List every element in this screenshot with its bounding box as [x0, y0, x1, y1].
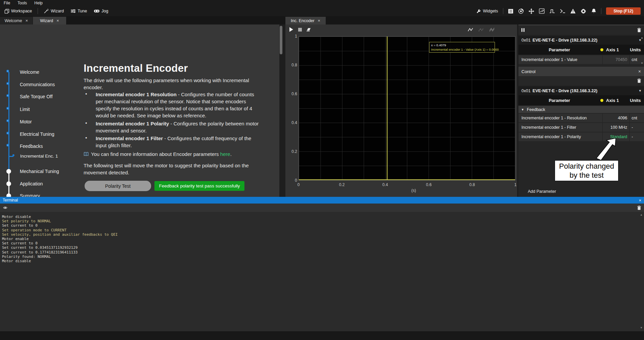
tab-row: Welcome× Wizard× Inc. Encoder×	[0, 16, 644, 24]
trash-icon[interactable]	[637, 78, 641, 83]
trash-icon[interactable]	[637, 206, 641, 210]
scroll-down-icon[interactable]: ▼	[640, 326, 643, 329]
eye-icon[interactable]	[3, 206, 7, 209]
sidebar-item-communications[interactable]: Communications	[20, 82, 55, 87]
sidebar-item-electrical-tuning[interactable]: Electrical Tuning	[20, 131, 54, 137]
scope-chart-icon[interactable]	[537, 7, 547, 15]
sidebar-item-feedbacks[interactable]: Feedbacks	[20, 144, 43, 149]
step-dot-incremental-enc-1[interactable]	[12, 154, 14, 156]
tab-wizard[interactable]: Wizard×	[33, 17, 66, 24]
menu-help[interactable]: Help	[31, 0, 46, 6]
move-icon[interactable]	[526, 7, 537, 15]
toolbar-divider	[601, 8, 601, 14]
table-row-filter[interactable]: Incremental encoder 1 - Filter 100 MHz -	[518, 123, 644, 132]
add-parameter-button[interactable]: Add Parameter	[528, 189, 556, 194]
gear-icon[interactable]	[578, 7, 589, 15]
tab-welcome[interactable]: Welcome×	[0, 17, 33, 24]
terminal-icon[interactable]	[557, 7, 568, 15]
step-dot-application[interactable]	[6, 181, 11, 186]
chevron-down-icon: ▾	[639, 89, 641, 93]
step-dot-motor[interactable]	[6, 119, 9, 122]
x-axis-label: (s)	[400, 188, 427, 193]
x-tick: 0.6	[422, 182, 435, 187]
monitor-icon[interactable]	[516, 7, 526, 15]
terminal-line: Set current to 0	[2, 223, 644, 228]
chevron-down-icon: ▼	[521, 108, 524, 111]
workspace-button[interactable]: Workspace	[1, 7, 35, 15]
close-icon[interactable]: ×	[638, 69, 641, 74]
polarity-pass-badge: Feedback polarity test pass successfully	[154, 181, 244, 191]
here-link[interactable]: here	[220, 151, 230, 157]
terminal-line: Set polarity to NORMAL	[2, 219, 644, 223]
step-dot-feedbacks[interactable]	[6, 144, 9, 147]
sidebar-item-limit[interactable]: Limit	[20, 107, 30, 112]
play-button[interactable]	[287, 26, 295, 33]
bottom-strip	[0, 331, 644, 340]
scroll-up-icon[interactable]: ▲	[640, 213, 643, 216]
display-drive-selector[interactable]: 0x01EVE-NET-E - Drive (192.168.3.22) ▾	[518, 36, 644, 45]
sidebar-item-application[interactable]: Application	[20, 181, 43, 186]
step-dot-welcome[interactable]	[6, 70, 9, 72]
control-drive-selector[interactable]: 0x01EVE-NET-E - Drive (192.168.3.22) ▾	[518, 86, 644, 95]
terminal-line: Set current to 0.17741823196411133	[2, 250, 644, 254]
sidebar-item-incremental-enc-1[interactable]: Incremental Enc. 1	[20, 154, 58, 159]
right-panel: Display × 0x01EVE-NET-E - Drive (192.168…	[518, 16, 644, 197]
jog-button[interactable]: Jog	[91, 7, 111, 15]
x-tick: 0	[292, 182, 305, 187]
x-tick: 0.2	[335, 182, 349, 187]
bell-icon[interactable]	[589, 7, 599, 15]
sidebar-item-safe-torque-off[interactable]: Safe Torque Off	[20, 94, 53, 99]
step-dot-safe-torque-off[interactable]	[6, 94, 9, 97]
scroll-down-icon[interactable]: ▼	[641, 62, 644, 65]
step-dot-electrical-tuning[interactable]	[6, 132, 9, 134]
table-row-resolution[interactable]: Incremental encoder 1 - Resolution 4096 …	[518, 114, 644, 122]
close-icon[interactable]: ×	[318, 18, 320, 23]
wrench-icon	[476, 9, 481, 14]
table-row[interactable]: Incremental encoder 1 - Value 70450 cnt	[518, 55, 644, 64]
signal-multi-icon[interactable]	[488, 26, 496, 33]
signal-dashed-icon[interactable]	[477, 26, 486, 33]
tab-inc-encoder[interactable]: Inc. Encoder×	[285, 17, 326, 24]
warning-icon[interactable]	[568, 7, 578, 15]
stop-button[interactable]: Stop (F12)	[606, 7, 641, 15]
scroll-up-icon[interactable]: ▲	[641, 36, 644, 39]
step-dot-limit[interactable]	[6, 107, 9, 110]
sidebar-item-motor[interactable]: Motor	[20, 119, 32, 124]
step-dot-summary[interactable]	[6, 193, 11, 197]
close-icon[interactable]: ×	[26, 18, 28, 23]
wand-icon	[44, 8, 49, 14]
stop-record-button[interactable]	[295, 26, 304, 33]
tune-button[interactable]: Tune	[67, 7, 90, 15]
wizard-button[interactable]: Wizard	[41, 7, 67, 15]
terminal-line: Motor enable	[2, 237, 644, 241]
terminal-titlebar[interactable]: Terminal ×	[0, 197, 644, 204]
widgets-button[interactable]: Widgets	[473, 7, 501, 15]
menu-tools[interactable]: Tools	[14, 0, 31, 6]
trash-icon[interactable]	[637, 28, 641, 32]
bullet-filter: • Incremental encoder 1 Filter - Configu…	[84, 135, 263, 149]
terminal-output[interactable]: Motor disable Set polarity to NORMAL Set…	[0, 212, 644, 331]
step-dot-mechanical-tuning[interactable]	[6, 169, 11, 174]
menu-file[interactable]: File	[0, 0, 14, 6]
step-dot-communications[interactable]	[6, 82, 9, 85]
table-row-polarity[interactable]: Incremental encoder 1 - Polarity Standar…	[518, 132, 644, 141]
pause-icon[interactable]	[521, 28, 524, 32]
toolbar-divider	[38, 8, 38, 14]
signal-line-icon[interactable]	[466, 26, 475, 33]
clear-eraser-button[interactable]	[304, 26, 313, 33]
close-icon[interactable]: ×	[56, 18, 59, 23]
signal-trace	[299, 179, 515, 180]
square-wave-icon[interactable]	[547, 7, 557, 15]
terminal-line: Polarity found: NORMAL	[2, 254, 644, 259]
wizard-scrollbar[interactable]	[280, 26, 282, 54]
plot-area[interactable]: x = 0.4079 Incremental encoder 1 - Value…	[298, 36, 515, 180]
page-title: Incremental Encoder	[84, 62, 188, 74]
polarity-test-button[interactable]: Polarity Test	[85, 181, 151, 191]
close-icon[interactable]: ×	[639, 198, 641, 203]
sidebar-item-summary[interactable]: Summary	[20, 193, 40, 197]
bullet-resolution: • Incremental encoder 1 Resolution - Con…	[84, 91, 263, 119]
sidebar-item-mechanical-tuning[interactable]: Mechanical Tuning	[20, 169, 59, 174]
sidebar-item-welcome[interactable]: Welcome	[20, 69, 39, 75]
feedback-group-row[interactable]: ▼ Feedback	[518, 106, 644, 113]
table-view-icon[interactable]	[505, 7, 516, 15]
